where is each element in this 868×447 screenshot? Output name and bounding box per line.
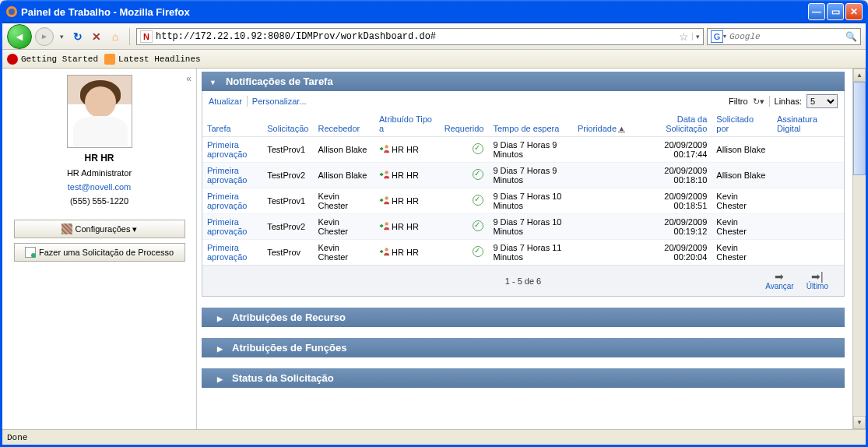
svg-point-2 — [385, 145, 388, 148]
cell-date: 20/09/2009 00:18:10 — [630, 163, 712, 188]
task-link[interactable]: Primeira aprovação — [202, 163, 262, 188]
cell-signature — [772, 188, 844, 214]
task-link[interactable]: Primeira aprovação — [202, 137, 262, 163]
request-icon — [25, 247, 36, 258]
request-label: Fazer uma Solicitação de Processo — [39, 248, 174, 257]
cell-required — [440, 240, 489, 266]
cell-assigned: HR HR — [374, 163, 440, 188]
task-link[interactable]: Primeira aprovação — [202, 188, 262, 214]
cell-assigned: HR HR — [374, 188, 440, 214]
pager-last-label: Último — [807, 282, 828, 290]
rows-select[interactable]: 5 — [807, 94, 838, 108]
minimize-button[interactable]: — — [808, 3, 825, 20]
bookmark-latest-headlines[interactable]: Latest Headlines — [104, 54, 201, 65]
search-icon[interactable]: 🔍 — [845, 31, 857, 42]
cell-requester: Allison Blake — [712, 137, 772, 163]
check-ok-icon — [473, 246, 483, 257]
scroll-down-button[interactable]: ▼ — [853, 416, 866, 429]
expand-icon — [209, 76, 221, 87]
cell-recipient: Kevin Chester — [313, 240, 374, 266]
cell-signature — [772, 214, 844, 240]
vertical-scrollbar[interactable]: ▲ ▼ — [852, 69, 866, 429]
refresh-link[interactable]: Atualizar — [209, 97, 242, 106]
sort-asc-icon: ▲ — [618, 125, 625, 132]
cell-wait: 9 Dias 7 Horas 10 Minutos — [488, 214, 573, 240]
assigned-user-icon — [379, 143, 390, 156]
search-input[interactable] — [729, 32, 842, 41]
cell-priority — [573, 188, 630, 214]
customize-link[interactable]: Personalizar... — [252, 97, 307, 106]
browser-window: Painel de Trabalho - Mozilla Firefox — ▭… — [0, 0, 868, 447]
col-priority[interactable]: Prioridade ▲ — [573, 111, 630, 137]
cell-date: 20/09/2009 00:18:51 — [630, 188, 712, 214]
bookmark-star-icon[interactable]: ☆ — [679, 30, 689, 43]
request-status-panel-header[interactable]: Status da Solicitação — [202, 368, 845, 388]
maximize-button[interactable]: ▭ — [827, 3, 844, 20]
nav-toolbar: ► ▾ ↻ ✕ ⌂ N ☆ ▾ G▾ 🔍 — [2, 23, 866, 50]
process-request-button[interactable]: Fazer uma Solicitação de Processo — [14, 243, 185, 262]
user-role: HR Administrator — [67, 168, 132, 178]
col-requester[interactable]: Solicitado por — [712, 111, 772, 137]
settings-label: Configurações ▾ — [76, 224, 138, 234]
cell-required — [440, 214, 489, 240]
url-bar[interactable]: N ☆ ▾ — [136, 28, 704, 45]
roles-title: Atribuições de Funções — [232, 342, 346, 354]
bookmark-getting-started[interactable]: Getting Started — [7, 54, 98, 65]
google-engine-icon[interactable]: G — [711, 30, 723, 43]
history-dropdown[interactable]: ▾ — [57, 33, 67, 40]
settings-icon — [61, 224, 72, 234]
col-request[interactable]: Solicitação — [262, 111, 313, 137]
roles-panel-header[interactable]: Atribuições de Funções — [202, 338, 845, 357]
settings-button[interactable]: Configurações ▾ — [14, 220, 185, 238]
col-date[interactable]: Data da Solicitação — [630, 111, 712, 137]
cell-signature — [772, 137, 844, 163]
collapse-sidebar-icon[interactable]: « — [186, 73, 192, 84]
check-ok-icon — [473, 195, 483, 206]
cell-priority — [573, 163, 630, 188]
pager-last[interactable]: ➡| Último — [807, 271, 828, 290]
filter-label: Filtro — [729, 97, 747, 106]
task-link[interactable]: Primeira aprovação — [202, 214, 262, 240]
user-email[interactable]: test@novell.com — [68, 182, 131, 192]
col-signature[interactable]: Assinatura Digital — [772, 111, 844, 137]
scroll-track[interactable] — [853, 175, 866, 416]
pager-next-label: Avançar — [765, 282, 794, 290]
home-button[interactable]: ⌂ — [107, 29, 123, 44]
assigned-user-icon — [379, 195, 390, 207]
cell-requester: Kevin Chester — [712, 188, 772, 214]
task-link[interactable]: Primeira aprovação — [202, 240, 262, 266]
cell-priority — [573, 137, 630, 163]
back-button[interactable] — [7, 24, 32, 49]
cell-request: TestProv2 — [262, 214, 313, 240]
scroll-thumb[interactable] — [853, 82, 866, 175]
resources-panel-header[interactable]: Atribuições de Recurso — [202, 308, 845, 327]
close-button[interactable]: ✕ — [845, 3, 863, 20]
scroll-up-button[interactable]: ▲ — [853, 69, 866, 82]
pager-next[interactable]: ➡ Avançar — [765, 271, 794, 290]
titlebar[interactable]: Painel de Trabalho - Mozilla Firefox — ▭… — [2, 0, 866, 23]
svg-point-5 — [385, 222, 388, 225]
col-assigned[interactable]: Atribuído Tipo a — [374, 111, 440, 137]
filter-icon[interactable]: ↻▾ — [753, 97, 764, 107]
cell-recipient: Allison Blake — [313, 163, 374, 188]
user-phone: (555) 555-1220 — [70, 196, 128, 206]
search-bar[interactable]: G▾ 🔍 — [707, 28, 861, 45]
reload-button[interactable]: ↻ — [70, 29, 86, 44]
window-title: Painel de Trabalho - Mozilla Firefox — [21, 6, 190, 18]
cell-request: TestProv2 — [262, 163, 313, 188]
url-input[interactable] — [156, 31, 676, 42]
cell-wait: 9 Dias 7 Horas 10 Minutos — [488, 188, 573, 214]
col-wait[interactable]: Tempo de espera — [488, 111, 573, 137]
col-required[interactable]: Requerido — [440, 111, 489, 137]
col-recipient[interactable]: Recebedor — [313, 111, 374, 137]
tasks-panel-header[interactable]: Notificações de Tarefa — [202, 72, 845, 91]
site-favicon: N — [140, 30, 153, 43]
stop-button[interactable]: ✕ — [89, 29, 104, 44]
cell-recipient: Allison Blake — [313, 137, 374, 163]
tasks-panel-title: Notificações de Tarefa — [226, 76, 333, 87]
url-history-dropdown[interactable]: ▾ — [692, 33, 700, 40]
cell-wait: 9 Dias 7 Horas 9 Minutos — [488, 137, 573, 163]
cell-assigned: HR HR — [374, 240, 440, 266]
cell-wait: 9 Dias 7 Horas 9 Minutos — [488, 163, 573, 188]
col-task[interactable]: Tarefa — [202, 111, 262, 137]
